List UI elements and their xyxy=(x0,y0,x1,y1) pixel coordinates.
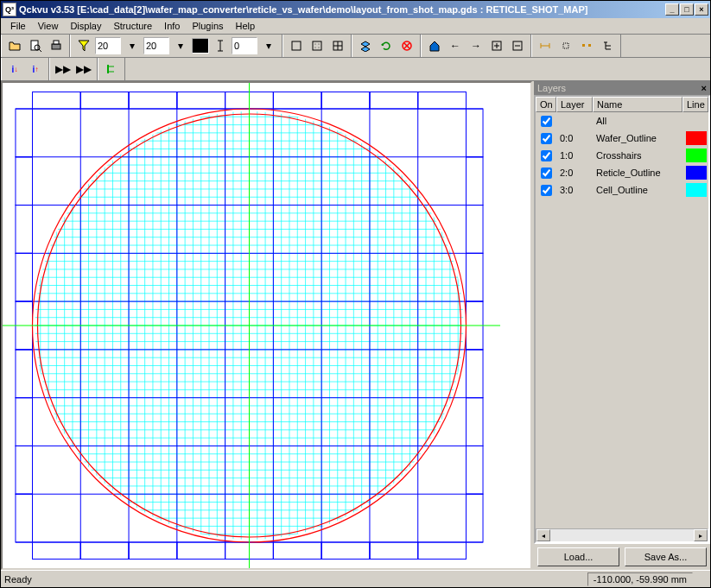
svg-point-11 xyxy=(319,44,320,45)
vertex-icon[interactable] xyxy=(577,36,596,55)
layer-visibility-checkbox[interactable] xyxy=(541,116,552,127)
menu-help[interactable]: Help xyxy=(230,19,262,33)
fastfwd2-icon[interactable]: ▶▶ xyxy=(74,60,93,79)
svg-rect-172 xyxy=(467,109,484,157)
svg-rect-8 xyxy=(292,41,301,50)
svg-point-13 xyxy=(319,47,320,48)
fill-dots-icon[interactable] xyxy=(308,36,327,55)
structure-icon[interactable] xyxy=(598,36,617,55)
col-name[interactable]: Name xyxy=(593,97,682,112)
layer-name: Reticle_Outline xyxy=(593,168,686,178)
layer-id: 2:0 xyxy=(556,168,593,178)
minimize-button[interactable]: _ xyxy=(665,3,679,16)
pan-right-icon[interactable]: → xyxy=(467,36,486,55)
save-as-button[interactable]: Save As... xyxy=(625,547,707,566)
layer-color-swatch[interactable] xyxy=(686,149,707,162)
col-line[interactable]: Line xyxy=(682,97,708,112)
dropdown3-icon[interactable]: ▾ xyxy=(259,36,278,55)
layer-row[interactable]: 2:0Reticle_Outline xyxy=(536,164,708,181)
svg-rect-191 xyxy=(16,350,33,398)
menu-structure[interactable]: Structure xyxy=(107,19,158,33)
menu-file[interactable]: File xyxy=(4,19,32,33)
layers-icon[interactable] xyxy=(356,36,375,55)
svg-rect-194 xyxy=(321,542,370,560)
svg-rect-198 xyxy=(370,542,418,560)
fill-hatch-icon[interactable] xyxy=(328,36,347,55)
svg-rect-181 xyxy=(177,92,225,109)
marker-icon[interactable] xyxy=(211,36,230,55)
expand-select-icon[interactable] xyxy=(556,36,575,55)
svg-rect-28 xyxy=(563,43,568,48)
layer-color-swatch[interactable] xyxy=(686,131,707,145)
outline-icon[interactable] xyxy=(287,36,306,55)
scroll-right-icon[interactable]: ▸ xyxy=(694,529,708,541)
layer-color-swatch[interactable] xyxy=(686,166,707,180)
layer-visibility-checkbox[interactable] xyxy=(541,185,552,196)
fastfwd1-icon[interactable]: ▶▶ xyxy=(54,60,73,79)
layer-row[interactable]: All xyxy=(536,112,708,130)
menu-plugins[interactable]: Plugins xyxy=(186,19,229,33)
refresh-icon[interactable] xyxy=(377,36,396,55)
panel-close-icon[interactable]: × xyxy=(701,83,707,93)
svg-rect-196 xyxy=(467,398,484,446)
color-swatch[interactable] xyxy=(192,38,209,54)
layer-visibility-checkbox[interactable] xyxy=(541,133,552,144)
col-on[interactable]: On xyxy=(536,97,556,112)
layers-hscroll[interactable]: ◂ ▸ xyxy=(536,528,708,542)
home-icon[interactable] xyxy=(425,36,444,55)
zoom-out-icon[interactable] xyxy=(508,36,527,55)
dropdown1-icon[interactable]: ▾ xyxy=(123,36,142,55)
info-up-icon[interactable]: i↑ xyxy=(26,60,45,79)
close-button[interactable]: × xyxy=(695,3,708,16)
layers-panel: Layers × On Layer Name Line All0:0Wafer_… xyxy=(532,81,710,570)
scroll-left-icon[interactable]: ◂ xyxy=(536,529,550,541)
svg-rect-189 xyxy=(273,92,321,109)
layer-row[interactable]: 3:0Cell_Outline xyxy=(536,181,708,199)
svg-rect-199 xyxy=(16,446,33,494)
dropdown2-icon[interactable]: ▾ xyxy=(171,36,190,55)
wafer-map xyxy=(3,83,530,568)
menu-display[interactable]: Display xyxy=(64,19,107,33)
layer-color-swatch[interactable] xyxy=(686,114,707,128)
filter-icon[interactable] xyxy=(74,36,93,55)
menu-info[interactable]: Info xyxy=(158,19,186,33)
svg-rect-176 xyxy=(467,157,484,205)
measure-h-icon[interactable] xyxy=(536,36,555,55)
svg-point-10 xyxy=(315,44,316,45)
svg-rect-190 xyxy=(273,542,321,560)
grid1-input[interactable] xyxy=(95,37,121,54)
align-icon[interactable] xyxy=(102,60,121,79)
open-icon[interactable] xyxy=(5,36,24,55)
print-icon[interactable] xyxy=(47,36,66,55)
layer-row[interactable]: 1:0Crosshairs xyxy=(536,147,708,164)
zoom-extent-icon[interactable] xyxy=(487,36,506,55)
layer-row[interactable]: 0:0Wafer_Outline xyxy=(536,130,708,147)
svg-rect-9 xyxy=(313,41,321,50)
app-icon: Q³ xyxy=(3,3,16,16)
load-button[interactable]: Load... xyxy=(537,547,619,566)
layers-panel-title: Layers xyxy=(537,83,566,93)
svg-rect-182 xyxy=(177,542,225,560)
layer-color-swatch[interactable] xyxy=(686,183,707,197)
maximize-button[interactable]: □ xyxy=(680,3,694,16)
svg-rect-193 xyxy=(321,92,370,109)
layer-id: 3:0 xyxy=(556,185,593,195)
col-layer[interactable]: Layer xyxy=(556,97,593,112)
layer-name: Crosshairs xyxy=(593,150,686,161)
zoom-page-icon[interactable] xyxy=(26,36,45,55)
layer-visibility-checkbox[interactable] xyxy=(541,150,552,161)
cancel-icon[interactable] xyxy=(397,36,416,55)
svg-rect-169 xyxy=(33,92,81,109)
canvas-viewport[interactable] xyxy=(1,81,532,570)
pan-left-icon[interactable]: ← xyxy=(446,36,465,55)
grid2-input[interactable] xyxy=(143,37,169,54)
zero-input[interactable] xyxy=(232,37,257,54)
layer-visibility-checkbox[interactable] xyxy=(541,168,552,179)
layer-id: 0:0 xyxy=(556,133,593,143)
menu-view[interactable]: View xyxy=(32,19,65,33)
svg-rect-171 xyxy=(16,109,33,157)
layer-name: All xyxy=(593,116,686,126)
info-down-icon[interactable]: i↓ xyxy=(5,60,24,79)
status-text: Ready xyxy=(4,574,587,585)
svg-rect-204 xyxy=(467,494,484,542)
